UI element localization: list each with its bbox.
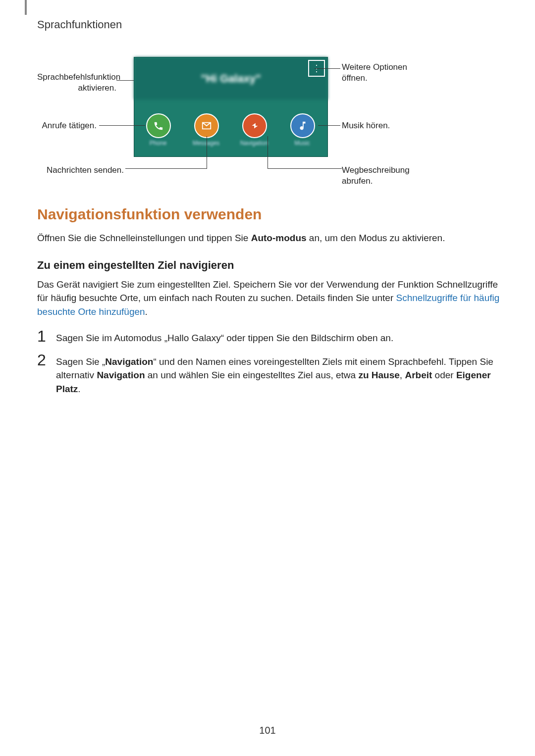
subsection-heading: Zu einem eingestellten Ziel navigieren	[37, 259, 503, 272]
callout-line	[268, 168, 342, 169]
messages-icon	[194, 113, 219, 138]
device-screenshot: "Hi Galaxy" ⋮ Phone Messages Navigation …	[134, 57, 328, 157]
text-bold: Navigation	[97, 370, 145, 380]
callout-line	[268, 136, 268, 168]
callout-line	[99, 125, 145, 126]
text: an und wählen Sie ein eingestelltes Ziel…	[145, 370, 359, 380]
main-content: Navigationsfunktion verwenden Öffnen Sie…	[37, 206, 503, 403]
text-bold: zu Hause	[358, 370, 399, 380]
callout-line	[125, 168, 207, 169]
callout-call: Anrufe tätigen.	[37, 120, 97, 131]
text: Sagen Sie „	[56, 356, 105, 367]
text: oder	[432, 370, 456, 380]
intro-paragraph: Öffnen Sie die Schnelleinstellungen und …	[37, 232, 503, 245]
quick-action-row: Phone Messages Navigation Music	[134, 106, 327, 151]
page-margin-mark	[25, 0, 27, 15]
step-text: Sagen Sie im Automodus „Hallo Galaxy“ od…	[56, 328, 393, 345]
running-header: Sprachfunktionen	[37, 18, 122, 31]
step-text: Sagen Sie „Navigation“ und den Namen ein…	[56, 352, 503, 396]
page-number: 101	[0, 725, 535, 736]
callout-line	[318, 125, 340, 126]
text: .	[145, 306, 148, 317]
icon-label: Phone	[138, 140, 178, 147]
callout-line	[315, 68, 340, 69]
text: Öffnen Sie die Schnelleinstellungen und …	[37, 233, 251, 243]
callout-music: Musik hören.	[342, 120, 416, 131]
icon-label: Navigation	[234, 140, 274, 147]
figure-automode: "Hi Galaxy" ⋮ Phone Messages Navigation …	[37, 57, 498, 196]
text: an, um den Modus zu aktivieren.	[307, 233, 445, 243]
text: ,	[400, 370, 405, 380]
body-paragraph: Das Gerät navigiert Sie zum eingestellte…	[37, 278, 503, 319]
step-number: 1	[37, 328, 56, 344]
voice-prompt-banner: "Hi Galaxy"	[134, 57, 327, 100]
navigation-icon	[242, 113, 267, 138]
callout-voice: Sprachbefehlsfunktion aktivieren.	[37, 72, 116, 94]
callout-navigation: Wegbeschreibung abrufen.	[342, 165, 441, 187]
text: .	[78, 384, 80, 394]
step-1: 1 Sagen Sie im Automodus „Hallo Galaxy“ …	[37, 328, 503, 345]
icon-label: Messages	[186, 140, 226, 147]
text-bold: Auto-modus	[251, 233, 307, 243]
step-2: 2 Sagen Sie „Navigation“ und den Namen e…	[37, 352, 503, 396]
step-number: 2	[37, 352, 56, 368]
icon-label: Music	[282, 140, 322, 147]
callout-options: Weitere Optionen öffnen.	[342, 62, 426, 84]
callout-messages: Nachrichten senden.	[37, 165, 124, 176]
text-bold: Navigation	[105, 356, 153, 367]
music-icon	[290, 113, 315, 138]
callout-line	[207, 136, 207, 168]
section-heading: Navigationsfunktion verwenden	[37, 206, 503, 223]
text-bold: Arbeit	[405, 370, 432, 380]
phone-icon	[146, 113, 171, 138]
